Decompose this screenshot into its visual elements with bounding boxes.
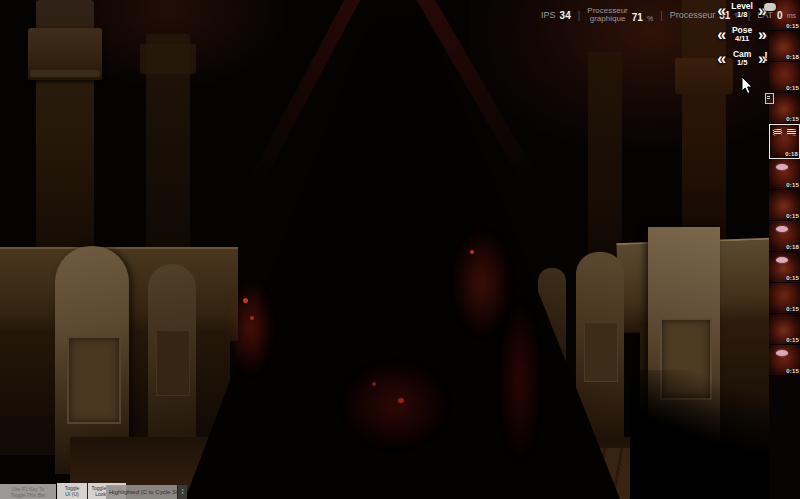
thumbnail[interactable]: 0:15: [769, 252, 800, 283]
speech-bubble-icon[interactable]: [764, 3, 776, 11]
thumbnail-duration: 0:18: [785, 151, 798, 157]
gpu-label: Processeur graphique: [587, 7, 627, 23]
divider: |: [578, 11, 581, 20]
pose-prev-button[interactable]: «: [717, 27, 726, 43]
page-icon[interactable]: [765, 93, 774, 104]
ips-value: 34: [560, 11, 571, 20]
thumbnail-selected[interactable]: 0:18: [769, 124, 800, 159]
hash-marks-icon: [787, 129, 797, 136]
thumbnail-duration: 0:15: [786, 337, 799, 343]
cam-prev-button[interactable]: «: [717, 51, 726, 67]
exclamation-icon[interactable]: !: [764, 50, 768, 64]
red-glint: [470, 250, 474, 254]
red-rim-light: [500, 300, 540, 460]
level-cycler: « Level 1/8 »: [717, 0, 767, 21]
thumbnail-duration: 0:15: [786, 306, 799, 312]
red-glint: [372, 382, 376, 386]
mouse-cursor: [741, 76, 754, 99]
level-display: Level 1/8: [729, 2, 755, 19]
red-glint: [250, 316, 254, 320]
red-glint: [398, 398, 404, 403]
speech-bubble-icon: [776, 257, 788, 263]
cam-cycler: « Cam 1/5 »: [717, 48, 767, 69]
level-prev-button[interactable]: «: [717, 3, 726, 19]
f1-hint: Use F1 Key To Toggle This Bar: [0, 484, 56, 499]
thumbnail[interactable]: 0:15: [769, 345, 800, 376]
thumbnail-duration: 0:15: [786, 85, 799, 91]
red-glint: [243, 298, 248, 303]
highlighted-stack-label[interactable]: Highlighted (C to Cycle Stack): [106, 485, 177, 499]
ips-label: IPS: [541, 11, 556, 20]
thumbnail[interactable]: 0:15: [769, 314, 800, 345]
pose-display: Pose 4/11: [729, 26, 755, 43]
lat-unit: ms: [787, 11, 796, 20]
thumbnail-duration: 0:15: [786, 275, 799, 281]
thumbnail-duration: 0:15: [786, 116, 799, 122]
toggle-ui-button[interactable]: Toggle UI (U): [57, 483, 87, 499]
cam-display: Cam 1/5: [729, 50, 755, 67]
red-rim-light: [228, 280, 274, 376]
speech-bubble-icon: [776, 350, 788, 356]
lat-value: 0: [777, 11, 783, 20]
thumbnail[interactable]: 0:15: [769, 283, 800, 314]
thumbnail[interactable]: 0:15: [769, 159, 800, 190]
hash-marks-icon: [773, 128, 783, 135]
pose-thumbnail-strip: 0:15 0:18 0:15 0:15 0:18 0:15 0:15 0:18 …: [769, 0, 800, 499]
thumbnail-duration: 0:15: [786, 23, 799, 29]
thumbnail-duration: 0:15: [786, 213, 799, 219]
thumbnail-duration: 0:15: [786, 182, 799, 188]
red-rim-light: [452, 228, 512, 338]
column-ring: [30, 70, 100, 77]
gpu-value: 71: [632, 13, 643, 22]
thumbnail[interactable]: 0:18: [769, 31, 800, 62]
thumbnail-duration: 0:15: [786, 368, 799, 374]
cycler-controls: « Level 1/8 » « Pose 4/11 » « Cam 1/5 »: [717, 0, 767, 72]
pose-next-button[interactable]: »: [758, 27, 767, 43]
cpu-label: Processeur: [670, 11, 716, 20]
gpu-unit: %: [647, 14, 653, 23]
thumbnail-duration: 0:18: [786, 54, 799, 60]
thumbnail[interactable]: 0:18: [769, 221, 800, 252]
stack-menu-button[interactable]: ⁞: [178, 485, 187, 499]
church-scene: [0, 0, 800, 499]
pose-cycler: « Pose 4/11 »: [717, 24, 767, 45]
thumbnail-duration: 0:18: [786, 244, 799, 250]
column-capital: [140, 44, 196, 74]
speech-bubble-icon: [776, 164, 788, 170]
pew-panel: [156, 330, 190, 396]
thumbnail[interactable]: 0:15: [769, 190, 800, 221]
divider: |: [660, 11, 663, 20]
pew-panel: [67, 336, 121, 424]
pew-panel: [584, 322, 618, 382]
thumbnail[interactable]: 0:15: [769, 62, 800, 93]
bottom-hint-bar: Use F1 Key To Toggle This Bar Toggle UI …: [0, 483, 800, 499]
speech-bubble-icon: [776, 226, 788, 232]
red-rim-light: [340, 360, 450, 450]
